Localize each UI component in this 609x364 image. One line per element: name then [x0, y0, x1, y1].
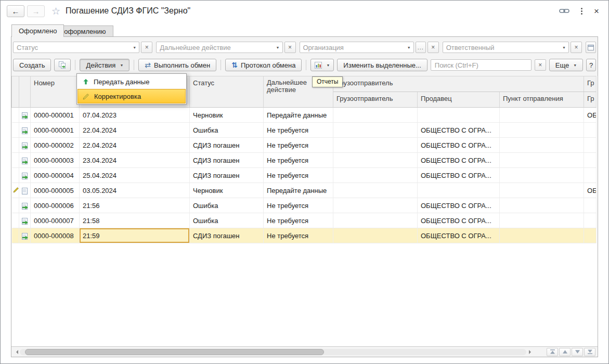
more-button[interactable]: Еще ▼	[549, 59, 583, 71]
cell-seller[interactable]	[418, 183, 500, 198]
organization-filter-input[interactable]: ▼	[300, 42, 414, 53]
cell-number[interactable]: 0000-000007	[31, 213, 80, 228]
cell-consignor[interactable]	[333, 108, 418, 123]
cell-status[interactable]: СДИЗ погашен	[190, 168, 264, 183]
link-icon[interactable]	[559, 8, 569, 14]
go-to-bottom-button[interactable]	[584, 348, 595, 356]
header-consignor[interactable]: Грузоотправитель	[333, 92, 418, 108]
cell-seller[interactable]: ОБЩЕСТВО С ОГРА...	[418, 123, 500, 138]
table-row[interactable]: 0000-000001 07.04.2023 Черновик Передайт…	[12, 108, 597, 123]
cell-next-action[interactable]: Не требуется	[264, 213, 333, 228]
cell-next-action[interactable]: Не требуется	[264, 228, 333, 243]
menu-item-correction[interactable]: Корректировка	[77, 89, 186, 103]
search-field[interactable]	[431, 61, 531, 69]
cell-date[interactable]: 23.04.2024	[80, 153, 190, 168]
responsible-filter-clear-button[interactable]: ×	[571, 42, 582, 53]
go-to-top-button[interactable]	[547, 348, 558, 356]
organization-filter-field[interactable]	[300, 44, 405, 51]
cell-next-group[interactable]	[584, 168, 597, 183]
cell-departure[interactable]	[500, 183, 584, 198]
cell-number[interactable]: 0000-000001	[31, 108, 80, 123]
scroll-left-icon[interactable]	[13, 349, 18, 355]
cell-consignor[interactable]	[333, 153, 418, 168]
cell-date-editing[interactable]: 21:59	[80, 228, 190, 243]
cell-next-group[interactable]: ОБ	[584, 183, 597, 198]
cell-number[interactable]: 0000-000001	[31, 123, 80, 138]
edit-selected-button[interactable]: Изменить выделенные...	[337, 59, 427, 71]
filter-settings-button[interactable]	[586, 42, 596, 53]
back-button[interactable]: ←	[7, 5, 24, 17]
chevron-down-icon[interactable]: ▼	[274, 46, 282, 49]
create-copy-button[interactable]	[54, 59, 71, 71]
exchange-protocol-button[interactable]: ⇅ Протокол обмена	[225, 59, 302, 71]
cell-next-action[interactable]: Передайте данные	[264, 108, 333, 123]
page-down-button[interactable]	[572, 348, 583, 356]
cell-next-group[interactable]	[584, 123, 597, 138]
cell-number[interactable]: 0000-000008	[31, 228, 80, 243]
table-row[interactable]: 0000-000007 21:58 Ошибка Не требуется ОБ…	[12, 213, 597, 228]
favorite-star-icon[interactable]: ☆	[51, 5, 60, 17]
cell-next-group[interactable]	[584, 213, 597, 228]
status-filter-field[interactable]	[14, 44, 130, 51]
next-action-filter-field[interactable]	[157, 44, 273, 51]
cell-date[interactable]: 21:56	[80, 198, 190, 213]
responsible-filter-input[interactable]: ▼	[443, 42, 569, 53]
responsible-filter-field[interactable]	[443, 44, 560, 51]
status-filter-input[interactable]: ▼	[13, 42, 139, 53]
cell-number[interactable]: 0000-000003	[31, 153, 80, 168]
chevron-down-icon[interactable]: ▼	[405, 46, 413, 49]
scroll-right-icon[interactable]	[528, 349, 533, 355]
table-row[interactable]: 0000-000006 21:56 Ошибка Не требуется ОБ…	[12, 198, 597, 213]
cell-next-group[interactable]	[584, 138, 597, 153]
cell-number[interactable]: 0000-000005	[31, 183, 80, 198]
horizontal-scrollbar[interactable]	[13, 349, 533, 355]
cell-departure[interactable]	[500, 228, 584, 243]
cell-status[interactable]: Ошибка	[190, 123, 264, 138]
cell-date[interactable]: 07.04.2023	[80, 108, 190, 123]
close-icon[interactable]: ×	[594, 7, 599, 16]
menu-item-transfer-data[interactable]: Передать данные	[77, 74, 186, 89]
help-button[interactable]: ?	[586, 59, 596, 71]
cell-next-group[interactable]	[584, 153, 597, 168]
cell-consignor[interactable]	[333, 213, 418, 228]
cell-seller[interactable]: ОБЩЕСТВО С ОГРА...	[418, 168, 500, 183]
tab-formed[interactable]: Оформлено	[11, 24, 64, 37]
cell-consignor[interactable]	[333, 183, 418, 198]
cell-departure[interactable]	[500, 123, 584, 138]
header-departure-point[interactable]: Пункт отправления	[500, 92, 584, 108]
run-exchange-button[interactable]: ⇄ Выполнить обмен	[138, 59, 216, 71]
cell-next-group[interactable]: ОБ	[584, 108, 597, 123]
cell-date[interactable]: 21:58	[80, 213, 190, 228]
cell-status[interactable]: Черновик	[190, 108, 264, 123]
cell-next-action[interactable]: Передайте данные	[264, 183, 333, 198]
cell-next-action[interactable]: Не требуется	[264, 123, 333, 138]
cell-status[interactable]: Ошибка	[190, 198, 264, 213]
cell-date[interactable]: 22.04.2024	[80, 123, 190, 138]
cell-departure[interactable]	[500, 198, 584, 213]
search-clear-button[interactable]: ×	[535, 59, 546, 71]
cell-next-group[interactable]	[584, 228, 597, 243]
cell-seller[interactable]: ОБЩЕСТВО С ОГРА...	[418, 198, 500, 213]
cell-date[interactable]: 22.04.2024	[80, 138, 190, 153]
search-input[interactable]	[431, 59, 532, 71]
table-row[interactable]: 0000-000002 22.04.2024 СДИЗ погашен Не т…	[12, 138, 597, 153]
cell-consignor[interactable]	[333, 228, 418, 243]
next-action-filter-input[interactable]: ▼	[156, 42, 282, 53]
cell-next-action[interactable]: Не требуется	[264, 168, 333, 183]
chevron-down-icon[interactable]: ▼	[560, 46, 568, 49]
cell-departure[interactable]	[500, 213, 584, 228]
cell-status[interactable]: Черновик	[190, 183, 264, 198]
cell-departure[interactable]	[500, 168, 584, 183]
cell-departure[interactable]	[500, 138, 584, 153]
cell-date[interactable]: 03.05.2024	[80, 183, 190, 198]
more-menu-icon[interactable]	[580, 7, 584, 16]
header-next-group-truncated[interactable]: Гр	[584, 76, 597, 92]
header-number[interactable]: Номер	[31, 76, 80, 108]
cell-consignor[interactable]	[333, 198, 418, 213]
actions-button[interactable]: Действия ▼	[80, 59, 129, 71]
cell-departure[interactable]	[500, 153, 584, 168]
reports-button[interactable]: ▼	[310, 59, 334, 71]
cell-next-action[interactable]: Не требуется	[264, 198, 333, 213]
cell-status[interactable]: СДИЗ погашен	[190, 153, 264, 168]
chevron-down-icon[interactable]: ▼	[130, 46, 139, 49]
